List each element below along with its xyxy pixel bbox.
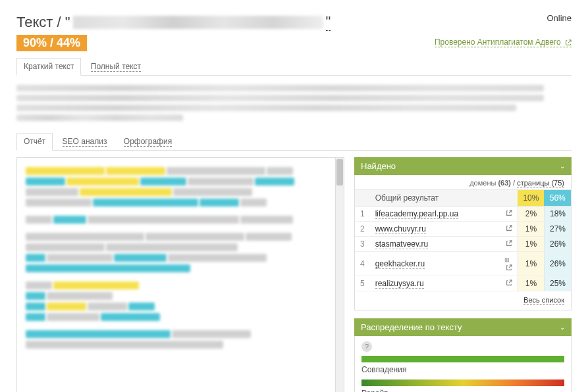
panel-distribution-header[interactable]: Распределение по тексту ⌄	[354, 318, 572, 336]
pages-link[interactable]: страницы (75)	[517, 179, 564, 187]
tab-seo[interactable]: SEO анализ	[55, 133, 115, 150]
table-row: 1lifeacademy.pearl.pp.ua2%18%	[355, 207, 571, 222]
tab-full-text[interactable]: Полный текст	[84, 58, 148, 75]
rewrite-label: Рерайт	[361, 389, 564, 392]
domain-link[interactable]: www.chuvyr.ru	[375, 224, 426, 234]
chevron-down-icon: ⌄	[560, 324, 565, 331]
page-title: Текст / " "	[16, 13, 572, 31]
help-icon[interactable]: ?	[361, 341, 372, 352]
domain-link[interactable]: lifeacademy.pearl.pp.ua	[375, 209, 459, 219]
verified-link[interactable]: Проверено Антиплагиатом Адвего	[435, 37, 572, 47]
tab-report[interactable]: Отчёт	[16, 133, 53, 151]
external-link-icon[interactable]	[506, 280, 512, 286]
uniqueness-badge: 90% / 44%	[16, 35, 87, 51]
external-link-icon[interactable]	[506, 210, 512, 216]
external-link-icon[interactable]	[506, 264, 512, 271]
highlighted-text-pane[interactable]	[16, 157, 344, 392]
tab-short-text[interactable]: Краткий текст	[16, 58, 81, 76]
table-row: 3stasmatveev.ru1%26%	[355, 237, 571, 252]
text-view-tabs: Краткий текст Полный текст	[16, 58, 572, 76]
external-link-icon[interactable]	[506, 240, 512, 247]
text-preview	[16, 85, 572, 121]
tab-spelling[interactable]: Орфография	[117, 133, 179, 150]
table-row: 5realizuysya.ru1%25%	[355, 276, 571, 291]
matches-bar	[361, 356, 564, 362]
domain-link[interactable]: realizuysya.ru	[375, 279, 424, 289]
results-table: Общий результат 10% 56% 1lifeacademy.pea…	[355, 189, 571, 291]
rewrite-bar	[361, 380, 564, 386]
table-row: 4geekhacker.ru⊞1%26%	[355, 252, 571, 276]
expand-icon[interactable]: ⊞	[504, 257, 510, 263]
title-redacted	[73, 16, 323, 29]
table-row: 2www.chuvyr.ru1%27%	[355, 222, 571, 237]
domain-link[interactable]: geekhacker.ru	[375, 259, 425, 269]
external-link-icon[interactable]	[506, 225, 512, 232]
chevron-down-icon: ⌄	[560, 162, 565, 170]
domains-summary: домены (63) / страницы (75)	[355, 175, 571, 189]
full-list-link[interactable]: Весь список	[523, 296, 564, 305]
external-link-icon	[565, 39, 572, 46]
panel-found-header[interactable]: Найдено ⌄	[354, 157, 572, 175]
matches-label: Совпадения	[361, 365, 564, 374]
domain-link[interactable]: stasmatveev.ru	[375, 239, 428, 249]
status-online: Online	[547, 13, 572, 23]
report-tabs: Отчёт SEO анализ Орфография	[16, 133, 572, 151]
